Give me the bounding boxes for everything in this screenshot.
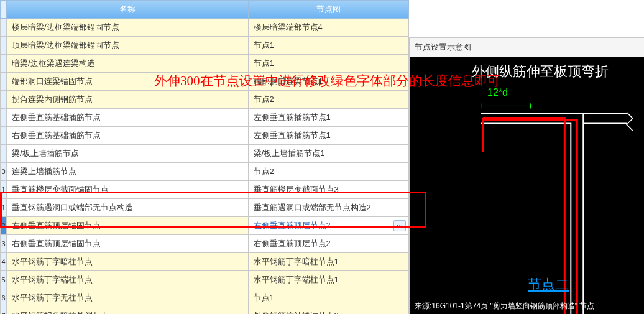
row-number[interactable]: [1, 37, 7, 55]
col-header-name[interactable]: 名称: [7, 1, 249, 19]
row-number[interactable]: [1, 109, 7, 127]
table-row[interactable]: 1垂直钢筋遇洞口或端部无节点构造垂直筋遇洞口或端部无节点构造2: [1, 199, 409, 217]
cell-node[interactable]: 节点2: [248, 163, 408, 181]
cell-node[interactable]: 垂直筋遇洞口或端部无节点构造2: [248, 199, 408, 217]
row-number[interactable]: [1, 145, 7, 163]
row-number[interactable]: 7: [1, 307, 7, 315]
cell-name[interactable]: 右侧垂直筋顶层锚固节点: [7, 235, 249, 253]
source-text: 来源:16G101-1第74页 "剪力墙竖向钢筋顶部构造" 节点: [415, 301, 639, 312]
table-row[interactable]: 拐角连梁内侧钢筋节点节点2: [1, 91, 409, 109]
col-header-num: [1, 1, 7, 19]
table-row[interactable]: 3右侧垂直筋顶层锚固节点右侧垂直筋顶层节点2: [1, 235, 409, 253]
table-row[interactable]: 0连梁上墙插筋节点节点2: [1, 163, 409, 181]
cell-node[interactable]: 垂直筋楼层变截面节点3: [248, 181, 408, 199]
cell-node[interactable]: 梁/板上墙插筋节点1: [248, 145, 408, 163]
cell-name[interactable]: 梁/板上墙插筋节点: [7, 145, 249, 163]
cell-name[interactable]: 垂直筋楼层变截面锚固节点: [7, 181, 249, 199]
cell-name[interactable]: 暗梁/边框梁遇连梁构造: [7, 55, 249, 73]
table-row[interactable]: 顶层暗梁/边框梁端部锚固节点节点1: [1, 37, 409, 55]
col-header-node[interactable]: 节点图: [248, 1, 408, 19]
cell-name[interactable]: 水平钢筋丁字无柱节点: [7, 289, 249, 307]
cell-name[interactable]: 左侧垂直筋顶层锚固节点: [7, 217, 249, 235]
cell-node[interactable]: 水平钢筋丁字端柱节点1: [248, 271, 408, 289]
cell-node[interactable]: 右侧垂直筋顶层节点2: [248, 235, 408, 253]
cell-name[interactable]: 端部洞口连梁锚固节点: [7, 73, 249, 91]
cell-name[interactable]: 连梁上墙插筋节点: [7, 163, 249, 181]
row-number[interactable]: 2: [1, 217, 7, 235]
cell-node[interactable]: 楼层暗梁端部节点4: [248, 19, 408, 37]
row-number[interactable]: 5: [1, 271, 7, 289]
row-number[interactable]: 3: [1, 235, 7, 253]
node-label: 节点二: [528, 275, 569, 294]
preview-panel: 节点设置示意图 外侧纵筋伸至板顶弯折 12*d 节点二 来源:16G101-1第…: [409, 37, 644, 314]
cell-node[interactable]: 左侧垂直筋顶层节点2⋯: [248, 217, 408, 235]
row-number[interactable]: 1: [1, 199, 7, 217]
cell-node[interactable]: 端部洞口连梁节点1: [248, 73, 408, 91]
row-number[interactable]: [1, 73, 7, 91]
table-row[interactable]: 4水平钢筋丁字暗柱节点水平钢筋丁字暗柱节点1: [1, 253, 409, 271]
row-number[interactable]: [1, 127, 7, 145]
table-row[interactable]: 7水平钢筋拐角暗柱外侧节点外侧钢筋连续通过节点2: [1, 307, 409, 315]
cell-name[interactable]: 垂直钢筋遇洞口或端部无节点构造: [7, 199, 249, 217]
row-number[interactable]: 6: [1, 289, 7, 307]
diagram-area[interactable]: 外侧纵筋伸至板顶弯折 12*d 节点二 来源:16G101-1第74页 "剪力墙…: [410, 57, 644, 314]
table-row[interactable]: 梁/板上墙插筋节点梁/板上墙插筋节点1: [1, 145, 409, 163]
table-row[interactable]: 楼层暗梁/边框梁端部锚固节点楼层暗梁端部节点4: [1, 19, 409, 37]
row-number[interactable]: 0: [1, 163, 7, 181]
cell-node[interactable]: 节点1: [248, 37, 408, 55]
cell-node[interactable]: 左侧垂直筋插筋节点1: [248, 109, 408, 127]
cell-name[interactable]: 水平钢筋丁字端柱节点: [7, 271, 249, 289]
row-number[interactable]: [1, 55, 7, 73]
table-row[interactable]: 端部洞口连梁锚固节点端部洞口连梁节点1: [1, 73, 409, 91]
cell-name[interactable]: 水平钢筋拐角暗柱外侧节点: [7, 307, 249, 315]
cell-node[interactable]: 外侧钢筋连续通过节点2: [248, 307, 408, 315]
cell-name[interactable]: 左侧垂直筋基础插筋节点: [7, 109, 249, 127]
row-number[interactable]: [1, 91, 7, 109]
preview-header: 节点设置示意图: [410, 38, 644, 57]
cell-node[interactable]: 节点1: [248, 289, 408, 307]
row-number[interactable]: [1, 19, 7, 37]
cell-node[interactable]: 水平钢筋丁字暗柱节点1: [248, 253, 408, 271]
cell-name[interactable]: 拐角连梁内侧钢筋节点: [7, 91, 249, 109]
cell-node[interactable]: 节点1: [248, 55, 408, 73]
table-row[interactable]: 右侧垂直筋基础插筋节点左侧垂直筋插筋节点1: [1, 127, 409, 145]
diagram-svg: [410, 95, 644, 314]
table-row[interactable]: 暗梁/边框梁遇连梁构造节点1: [1, 55, 409, 73]
cell-node[interactable]: 节点2: [248, 91, 408, 109]
node-table: 名称 节点图 楼层暗梁/边框梁端部锚固节点楼层暗梁端部节点4顶层暗梁/边框梁端部…: [0, 0, 409, 314]
table-row[interactable]: 2左侧垂直筋顶层锚固节点左侧垂直筋顶层节点2⋯: [1, 217, 409, 235]
row-number[interactable]: 1: [1, 181, 7, 199]
row-number[interactable]: 4: [1, 253, 7, 271]
table-panel: 名称 节点图 楼层暗梁/边框梁端部锚固节点楼层暗梁端部节点4顶层暗梁/边框梁端部…: [0, 0, 409, 314]
cell-name[interactable]: 右侧垂直筋基础插筋节点: [7, 127, 249, 145]
ellipsis-button[interactable]: ⋯: [393, 220, 406, 231]
cell-name[interactable]: 水平钢筋丁字暗柱节点: [7, 253, 249, 271]
cell-node[interactable]: 左侧垂直筋插筋节点1: [248, 127, 408, 145]
cell-name[interactable]: 顶层暗梁/边框梁端部锚固节点: [7, 37, 249, 55]
diagram-title: 外侧纵筋伸至板顶弯折: [472, 62, 609, 81]
table-row[interactable]: 6水平钢筋丁字无柱节点节点1: [1, 289, 409, 307]
table-row[interactable]: 1垂直筋楼层变截面锚固节点垂直筋楼层变截面节点3: [1, 181, 409, 199]
table-row[interactable]: 5水平钢筋丁字端柱节点水平钢筋丁字端柱节点1: [1, 271, 409, 289]
table-row[interactable]: 左侧垂直筋基础插筋节点左侧垂直筋插筋节点1: [1, 109, 409, 127]
cell-name[interactable]: 楼层暗梁/边框梁端部锚固节点: [7, 19, 249, 37]
